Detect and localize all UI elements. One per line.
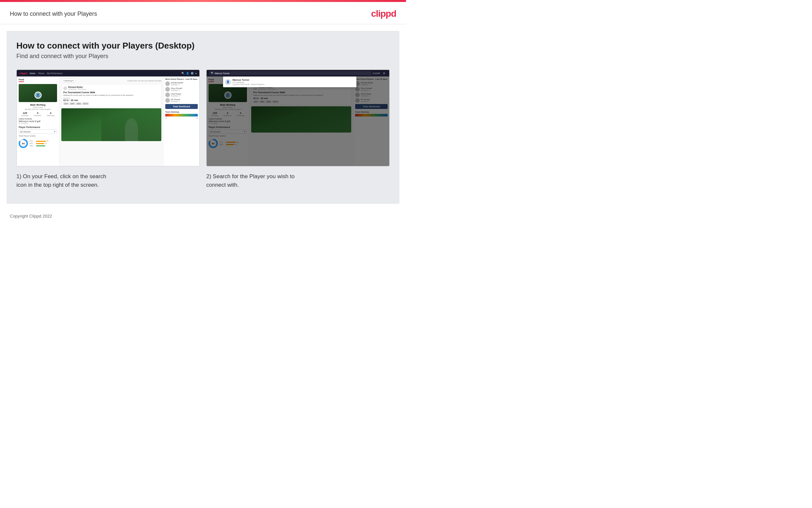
mini-nav-home[interactable]: Home: [30, 72, 36, 75]
result-club: Cypress Point Club, United Kingdom: [233, 83, 264, 85]
mini-player-dropdown[interactable]: Eli Vincent ▾: [19, 129, 57, 134]
settings-icon[interactable]: ⚙️: [191, 72, 194, 75]
mini-heatmap-scale: -5+5: [165, 117, 198, 119]
step-1-label: 1) On your Feed, click on the search ico…: [16, 166, 200, 190]
search-bar-overlay: 🔍 Marcus Turner CLEAR ✕: [206, 70, 389, 77]
mini-left-panel: Feed 👤 Blair McHarg Golf Coach Mi: [17, 77, 59, 166]
step-2-label: 2) Search for the Player you wish to con…: [206, 166, 390, 190]
mini-card-title: Pre Tournament Course Walk: [63, 91, 159, 93]
mini-nav-1: clippd Home Teams My Performance 🔍 👤 ⚙️ …: [17, 70, 199, 77]
screenshot-block-1: clippd Home Teams My Performance 🔍 👤 ⚙️ …: [16, 70, 200, 190]
mini-player-info-1: Richard Butler Activities: 7: [171, 82, 183, 86]
mini-player-info-4: Eli Vincent Activities: 1: [171, 98, 180, 102]
main-subtitle: Find and connect with your Players: [16, 53, 390, 60]
mini-stats-row: 129 Activities 3 Followers 4 Following: [19, 112, 57, 117]
mini-player-info-2: Piers Parnell Activities: 4: [171, 87, 182, 91]
tag-arg: ARG: [76, 102, 82, 105]
mini-player-avatar-1: [165, 81, 170, 86]
mini-player-avatar-4: [165, 98, 170, 103]
result-name: Marcus Turner: [233, 78, 264, 81]
following-label: Following: [64, 80, 72, 82]
tag-ott: OTT: [63, 102, 69, 105]
mini-control-link[interactable]: Control who can see your activity and da…: [127, 80, 161, 82]
mini-nav-icons: 🔍 👤 ⚙️ ●: [181, 72, 197, 75]
chevron-down-icon: ▾: [54, 130, 55, 133]
result-info: Marcus Turner 1-5 Handicap Cypress Point…: [233, 78, 264, 85]
top-bar: How to connect with your Players clippd: [0, 2, 406, 24]
chevron-down-icon-small: ▾: [73, 79, 74, 82]
mini-score-circle: 84: [19, 139, 28, 148]
mini-stat-activities: 129 Activities: [21, 112, 29, 117]
mini-card-user-info: Richard Butler Yesterday · The Grove: [68, 86, 86, 90]
mini-nav-teams[interactable]: Teams: [38, 72, 44, 75]
mini-player-avatar-2: [165, 87, 170, 92]
mini-score-value: 84: [20, 140, 27, 147]
mini-golf-image: [61, 108, 161, 141]
mini-heatmap-title: Team Heatmap: [165, 111, 198, 113]
mini-player-4: Eli Vincent Activities: 1: [165, 98, 198, 103]
mini-player-2: Piers Parnell Activities: 4: [165, 87, 198, 92]
mini-right-panel: Most Active Players - Last 30 days Richa…: [163, 77, 199, 166]
search-dropdown: 👤 Marcus Turner 1-5 Handicap Cypress Poi…: [223, 77, 356, 87]
footer: Copyright Clippd 2022: [0, 210, 406, 222]
mini-nav-performance[interactable]: My Performance: [47, 72, 63, 75]
mini-activity-name: Afternoon round of golf: [19, 120, 57, 122]
mini-player-1: Richard Butler Activities: 7: [165, 81, 198, 86]
tag-app: APP: [69, 102, 75, 105]
mini-user-avatar: [63, 86, 67, 90]
mini-player-info-3: Hiral Pujara Activities: 3: [171, 93, 181, 97]
screenshots-row: clippd Home Teams My Performance 🔍 👤 ⚙️ …: [16, 70, 390, 190]
main-title: How to connect with your Players (Deskto…: [16, 41, 390, 51]
mini-card-name: Richard Butler: [68, 86, 86, 88]
main-content: How to connect with your Players (Deskto…: [7, 31, 399, 204]
search-value: Marcus Turner: [215, 72, 230, 75]
profile-avatar: 👤: [35, 92, 42, 99]
mini-card-user: Richard Butler Yesterday · The Grove: [63, 86, 159, 90]
tag-putt: PUTT: [82, 102, 89, 105]
search-icon[interactable]: 🔍: [181, 72, 185, 75]
avatar-icon[interactable]: ●: [195, 72, 197, 75]
screenshot-2: clippd Home Teams My Performance 🔍 👤 ⚙️ …: [206, 70, 390, 166]
mini-card-desc: Walking the course with my coach to buil…: [63, 94, 159, 96]
mini-quality-bars: OTT 79 APP 70: [30, 140, 57, 147]
mini-activity-date: 27 Jul 2022: [19, 122, 57, 124]
search-result-1[interactable]: 👤 Marcus Turner 1-5 Handicap Cypress Poi…: [225, 78, 354, 85]
mini-heatmap-bar: [165, 114, 198, 117]
mini-feed-tab[interactable]: Feed: [19, 78, 24, 82]
mini-stat-followers: 3 Followers: [34, 112, 42, 117]
close-search-button[interactable]: ✕: [381, 72, 387, 75]
mini-profile-image: 👤: [19, 84, 57, 102]
mini-body-1: Feed 👤 Blair McHarg Golf Coach Mi: [17, 77, 199, 166]
mini-card-meta: Yesterday · The Grove: [68, 88, 86, 90]
mini-following-row: Following ▾ Control who can see your act…: [61, 78, 161, 83]
mini-logo-1: clippd: [19, 72, 27, 75]
page-title: How to connect with your Players: [10, 10, 97, 17]
result-avatar: 👤: [225, 79, 231, 85]
mini-stat-following: 4 Following: [47, 112, 54, 117]
mini-team-dashboard-button[interactable]: Team Dashboard: [165, 104, 198, 109]
mini-app-1: clippd Home Teams My Performance 🔍 👤 ⚙️ …: [17, 70, 199, 166]
mini-following-button[interactable]: Following ▾: [61, 78, 76, 83]
search-input-display[interactable]: 🔍 Marcus Turner: [209, 71, 371, 75]
mini-activity-card: Richard Butler Yesterday · The Grove Pre…: [61, 84, 161, 107]
mini-latest-label: Latest Activity: [19, 118, 57, 120]
clear-button[interactable]: CLEAR: [371, 72, 381, 75]
user-icon[interactable]: 👤: [186, 72, 189, 75]
logo: clippd: [371, 8, 396, 19]
screenshot-1: clippd Home Teams My Performance 🔍 👤 ⚙️ …: [16, 70, 200, 166]
mini-player-avatar-3: [165, 92, 170, 97]
mini-profile-club: Mill Ride Golf Club, United Kingdom: [19, 108, 57, 110]
mini-dropdown-value: Eli Vincent: [20, 131, 31, 133]
mini-quality-label: Total Player Quality: [19, 135, 57, 137]
mini-tags: OTT APP ARG PUTT: [63, 102, 159, 105]
mini-profile-name: Blair McHarg: [19, 103, 57, 106]
mini-player-performance-label: Player Performance: [19, 126, 57, 128]
screenshot-block-2: clippd Home Teams My Performance 🔍 👤 ⚙️ …: [206, 70, 390, 190]
mini-player-3: Hiral Pujara Activities: 3: [165, 92, 198, 97]
search-icon-2: 🔍: [211, 72, 214, 75]
mini-mid-panel: Following ▾ Control who can see your act…: [59, 77, 163, 166]
mini-active-players-title: Most Active Players - Last 30 days: [165, 78, 198, 80]
mini-duration-value: 02 hr : 00 min: [63, 99, 159, 101]
copyright-text: Copyright Clippd 2022: [10, 214, 52, 219]
